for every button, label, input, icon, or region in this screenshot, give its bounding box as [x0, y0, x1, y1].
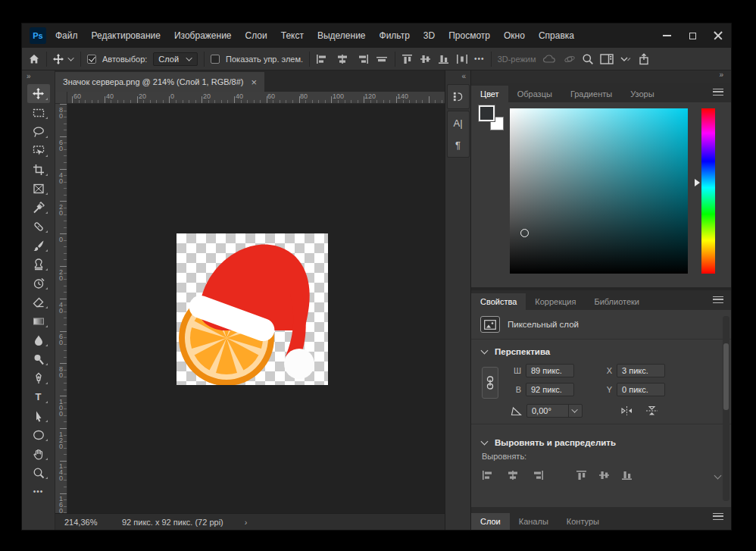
maximize-button[interactable]	[679, 23, 705, 48]
tool-clone-stamp[interactable]	[27, 255, 50, 274]
rotate-angle-dropdown[interactable]: 0,00°	[526, 404, 583, 418]
document-tab[interactable]: Значок сервера.png @ 214% (Слой 1, RGB/8…	[55, 72, 264, 92]
status-chevron-icon[interactable]: ›	[245, 518, 248, 527]
share-icon[interactable]	[638, 53, 650, 65]
hue-slider-arrow[interactable]	[695, 179, 700, 186]
more-options-icon[interactable]: •••	[474, 55, 485, 63]
menu-layers[interactable]: Слои	[245, 30, 267, 41]
document-canvas[interactable]	[177, 233, 328, 385]
tool-object-selection[interactable]	[27, 141, 50, 160]
foreground-color-swatch[interactable]	[479, 105, 495, 121]
menu-type[interactable]: Текст	[281, 30, 304, 41]
align-top-button[interactable]	[401, 54, 414, 64]
color-field-marker[interactable]	[520, 229, 529, 237]
dropdown-chevron-icon[interactable]	[568, 405, 582, 417]
home-button[interactable]	[28, 53, 40, 65]
align-left-button[interactable]	[482, 470, 495, 481]
menu-filter[interactable]: Фильтр	[380, 30, 410, 41]
align-center-button[interactable]	[375, 54, 389, 64]
align-right-button[interactable]	[530, 470, 544, 481]
flip-horizontal-button[interactable]	[620, 405, 633, 416]
flip-vertical-button[interactable]	[645, 405, 658, 416]
tool-spot-healing-brush[interactable]	[27, 217, 50, 236]
tab-color[interactable]: Цвет	[471, 86, 508, 102]
paragraph-panel-button[interactable]: ¶	[455, 139, 461, 151]
width-field[interactable]: 89 пикс.	[526, 364, 574, 377]
canvas-pasteboard[interactable]	[67, 104, 445, 513]
menu-file[interactable]: Файл	[55, 30, 78, 41]
properties-panel-menu-icon[interactable]	[713, 296, 723, 303]
tool-dodge[interactable]	[27, 349, 50, 368]
constrain-proportions-button[interactable]	[482, 367, 498, 399]
tab-properties[interactable]: Свойства	[471, 293, 526, 310]
menu-image[interactable]: Изображение	[174, 30, 232, 41]
arrange-documents-icon[interactable]	[620, 54, 632, 64]
tool-rectangular-marquee[interactable]	[27, 103, 50, 122]
align-top-button[interactable]	[576, 470, 588, 481]
close-button[interactable]	[705, 23, 731, 48]
hue-slider[interactable]	[701, 108, 715, 274]
tab-adjustments[interactable]: Коррекция	[526, 293, 585, 310]
menu-window[interactable]: Окно	[504, 30, 525, 41]
align-center-horizontal-button[interactable]	[336, 54, 349, 64]
horizontal-ruler[interactable]: 60 40 20 0 20 40 60 80 100 120 140	[67, 92, 445, 103]
tool-history-brush[interactable]	[27, 274, 50, 293]
panel-strip-expand-icon[interactable]: «	[445, 70, 470, 83]
menu-3d[interactable]: 3D	[423, 30, 435, 41]
tool-ellipse-shape[interactable]	[27, 425, 50, 444]
align-section-header[interactable]: Выровнять и распределить	[471, 430, 731, 450]
tool-pen[interactable]	[27, 368, 50, 387]
tab-paths[interactable]: Контуры	[558, 513, 608, 530]
layers-panel-menu-icon[interactable]	[713, 513, 723, 520]
distribute-horizontal-button[interactable]	[456, 54, 468, 64]
transform-section-header[interactable]: Перспектива	[471, 340, 731, 359]
menu-view[interactable]: Просмотр	[448, 30, 490, 41]
align-middle-button[interactable]	[598, 470, 611, 481]
tool-type[interactable]: T	[27, 387, 50, 406]
menu-help[interactable]: Справка	[539, 30, 574, 41]
tool-brush[interactable]	[27, 236, 50, 255]
tool-move[interactable]	[27, 84, 50, 103]
align-bottom-button[interactable]	[621, 470, 633, 481]
tab-channels[interactable]: Каналы	[510, 513, 558, 530]
search-icon[interactable]	[582, 53, 594, 65]
tab-gradients[interactable]: Градиенты	[561, 86, 621, 102]
move-tool-preset[interactable]	[53, 54, 64, 64]
tab-swatches[interactable]: Образцы	[508, 86, 561, 102]
tool-eraser[interactable]	[27, 293, 50, 312]
preset-chevron-icon[interactable]	[67, 55, 73, 61]
align-left-button[interactable]	[316, 54, 330, 64]
tab-layers[interactable]: Слои	[471, 513, 510, 530]
color-panel-menu-icon[interactable]	[713, 89, 723, 95]
history-panel-button[interactable]	[447, 84, 470, 109]
tab-patterns[interactable]: Узоры	[621, 86, 663, 102]
minimize-button[interactable]	[654, 23, 679, 48]
height-field[interactable]: 92 пикс.	[526, 383, 574, 396]
align-middle-button[interactable]	[420, 54, 432, 64]
autoselect-target-dropdown[interactable]: Слой	[153, 52, 198, 66]
align-row-chevron-icon[interactable]	[714, 472, 722, 480]
tool-path-selection[interactable]	[27, 406, 50, 425]
tab-libraries[interactable]: Библиотеки	[585, 293, 648, 310]
x-field[interactable]: 3 пикс.	[617, 364, 665, 377]
tool-zoom[interactable]	[27, 463, 50, 482]
toolbar-more-icon[interactable]: •••	[27, 482, 50, 501]
menu-select[interactable]: Выделение	[317, 30, 366, 41]
tool-hand[interactable]	[27, 444, 50, 463]
tool-gradient[interactable]	[27, 312, 50, 330]
y-field[interactable]: 0 пикс.	[617, 383, 665, 396]
vertical-ruler[interactable]: 80 60 40 20 0 20 40 60 80 100 120 140 16…	[55, 104, 67, 513]
autoselect-checkbox[interactable]	[87, 55, 96, 64]
zoom-level-field[interactable]: 214,36%	[64, 518, 113, 527]
saturation-brightness-field[interactable]	[510, 108, 688, 274]
show-transform-controls-checkbox[interactable]	[211, 55, 220, 64]
document-tab-close-icon[interactable]: ×	[251, 77, 258, 88]
align-bottom-button[interactable]	[438, 54, 450, 64]
tool-blur[interactable]	[27, 330, 50, 349]
tool-lasso[interactable]	[27, 122, 50, 141]
ruler-corner[interactable]	[55, 92, 67, 103]
menu-edit[interactable]: Редактирование	[92, 30, 161, 41]
properties-scrollbar[interactable]	[723, 316, 729, 501]
tool-crop[interactable]	[27, 160, 50, 179]
align-right-button[interactable]	[355, 54, 369, 64]
